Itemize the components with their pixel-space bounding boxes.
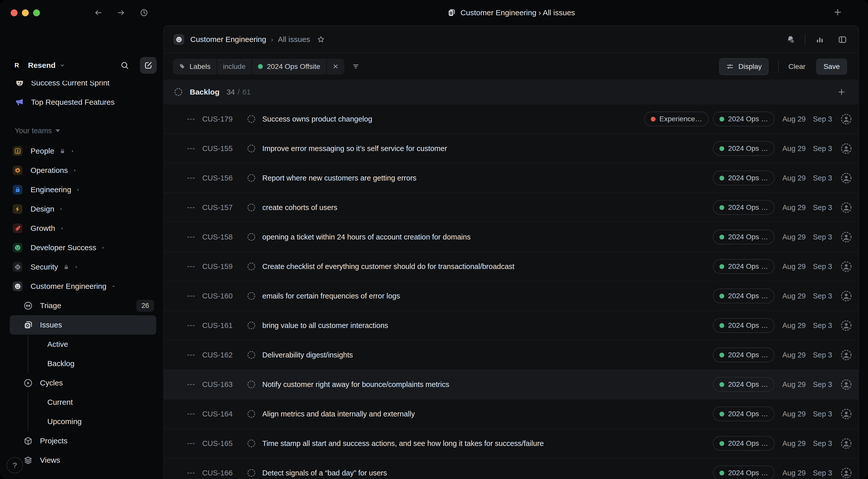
issue-row[interactable]: CUS-159Create checklist of everything cu…	[164, 252, 858, 282]
workspace-logo[interactable]: R	[11, 60, 22, 71]
issue-row[interactable]: CUS-179Success owns product changelogExp…	[164, 104, 858, 134]
issue-row[interactable]: CUS-163Notify customer right away for bo…	[164, 370, 858, 400]
compose-issue-button[interactable]	[140, 57, 157, 74]
filter-field-label: Labels	[189, 63, 211, 71]
lock-small-icon	[59, 148, 66, 154]
sidebar-item-issues[interactable]: Issues	[10, 315, 156, 334]
triage-count-badge: 26	[136, 300, 154, 312]
favorite-star-icon[interactable]	[317, 35, 325, 44]
group-name: Backlog	[190, 88, 220, 96]
favorites-list: Success Current SprintTop Requested Feat…	[0, 81, 163, 122]
issue-row[interactable]: CUS-156Report where new customers are ge…	[164, 163, 858, 193]
label-pill[interactable]: 2024 Ops …	[713, 200, 775, 215]
label-pill[interactable]: 2024 Ops …	[713, 377, 775, 392]
team-item[interactable]: Developer Success	[10, 238, 156, 257]
label-pill[interactable]: 2024 Ops …	[713, 230, 775, 244]
side-panel-icon[interactable]	[838, 35, 847, 44]
label-pill[interactable]: 2024 Ops …	[713, 407, 775, 421]
new-tab-plus-icon[interactable]	[833, 7, 843, 17]
issue-title: bring value to all customer interactions	[262, 321, 707, 330]
lock-small-icon	[63, 264, 69, 270]
forward-arrow-icon[interactable]	[117, 8, 125, 17]
issue-row[interactable]: CUS-157create cohorts of users2024 Ops ……	[164, 193, 858, 222]
workspace-name[interactable]: Resend	[28, 61, 56, 70]
label-pill[interactable]: 2024 Ops …	[713, 348, 775, 362]
team-item[interactable]: Security	[10, 257, 156, 277]
issue-row[interactable]: CUS-155Improve error messaging so it’s s…	[164, 134, 858, 163]
issue-row[interactable]: CUS-162Deliverability digest/insights202…	[164, 341, 858, 370]
backlog-status-icon	[247, 291, 256, 301]
sidebar-item-projects[interactable]: Projects	[10, 431, 156, 450]
filter-operator-segment[interactable]: include	[217, 59, 252, 74]
filter-remove-button[interactable]: ✕	[327, 59, 344, 74]
close-window-button[interactable]	[11, 9, 18, 16]
team-item[interactable]: Design	[10, 199, 156, 219]
label-pill[interactable]: 2024 Ops …	[713, 466, 775, 479]
favorite-item[interactable]: Success Current Sprint	[0, 81, 163, 93]
help-button[interactable]: ?	[7, 457, 23, 473]
issue-title: create cohorts of users	[262, 203, 707, 212]
issue-row[interactable]: CUS-161bring value to all customer inter…	[164, 311, 858, 341]
team-item[interactable]: Operations	[10, 161, 156, 180]
label-pill[interactable]: 2024 Ops …	[713, 170, 775, 185]
issue-row[interactable]: CUS-164Align metrics and data internally…	[164, 400, 858, 429]
issue-title: Improve error messaging so it’s self ser…	[262, 145, 707, 153]
issue-created-date: Aug 29	[782, 410, 806, 418]
filter-value-segment[interactable]: 2024 Ops Offsite	[252, 59, 326, 74]
sidebar-item-views[interactable]: Views	[10, 450, 156, 470]
label-pill[interactable]: 2024 Ops …	[713, 141, 775, 156]
search-icon[interactable]	[120, 61, 129, 70]
sidebar-item-current[interactable]: Current	[10, 392, 156, 412]
minimize-window-button[interactable]	[22, 9, 29, 16]
team-item[interactable]: Engineering	[10, 180, 156, 199]
display-button[interactable]: Display	[719, 58, 769, 75]
add-filter-icon[interactable]	[352, 63, 360, 70]
issue-created-date: Aug 29	[782, 380, 806, 389]
issue-labels: 2024 Ops …	[713, 200, 775, 215]
zoom-window-button[interactable]	[33, 9, 40, 16]
label-pill[interactable]: 2024 Ops …	[713, 259, 775, 274]
team-item-current[interactable]: Customer Engineering	[10, 277, 156, 296]
breadcrumb-team[interactable]: Customer Engineering	[190, 35, 266, 44]
filter-bar: Labels include 2024 Ops Offsite ✕ Displa…	[164, 53, 858, 79]
team-item[interactable]: Growth	[10, 219, 156, 238]
favorite-item[interactable]: Top Requested Features	[0, 93, 163, 112]
issue-due-date: Sep 3	[813, 233, 832, 241]
issue-row[interactable]: CUS-166Detect signals of a “bad day” for…	[164, 458, 858, 479]
issue-due-date: Sep 3	[813, 439, 832, 448]
teams-header-label: Your teams	[15, 127, 52, 135]
issue-due-date: Sep 3	[813, 115, 832, 123]
clear-button[interactable]: Clear	[788, 63, 805, 71]
sidebar-item-triage[interactable]: Triage26	[10, 296, 156, 315]
sidebar-item-upcoming[interactable]: Upcoming	[10, 412, 156, 431]
label-pill[interactable]: Experience…	[644, 111, 709, 126]
recents-clock-icon[interactable]	[140, 8, 148, 17]
label-pill[interactable]: 2024 Ops …	[713, 289, 775, 303]
insights-chart-icon[interactable]	[815, 35, 825, 44]
breadcrumb-view[interactable]: All issues	[278, 35, 310, 44]
label-pill[interactable]: 2024 Ops …	[713, 436, 775, 451]
add-issue-plus-icon[interactable]	[837, 88, 846, 97]
chevron-down-icon[interactable]	[60, 63, 65, 68]
notifications-bell-icon[interactable]	[786, 35, 795, 44]
team-label: Security	[31, 263, 58, 271]
label-pill[interactable]: 2024 Ops …	[713, 111, 775, 126]
sidebar-item-active[interactable]: Active	[10, 334, 156, 354]
teams-section-header[interactable]: Your teams	[15, 127, 60, 135]
chevron-right-icon	[76, 187, 81, 192]
cycles-icon	[23, 378, 33, 388]
filter-field-segment[interactable]: Labels	[173, 59, 216, 74]
team-item[interactable]: People	[10, 141, 156, 161]
issue-row[interactable]: CUS-158opening a ticket within 24 hours …	[164, 222, 858, 252]
sidebar-item-label: Views	[40, 456, 60, 465]
id-card-icon-box	[13, 146, 22, 156]
label-pill[interactable]: 2024 Ops …	[713, 318, 775, 333]
sidebar-item-cycles[interactable]: Cycles	[10, 373, 156, 392]
issue-due-date: Sep 3	[813, 203, 832, 212]
sidebar-item-backlog[interactable]: Backlog	[10, 354, 156, 373]
issue-row[interactable]: CUS-165Time stamp all start and success …	[164, 429, 858, 458]
back-arrow-icon[interactable]	[94, 8, 102, 17]
titlebar: Customer Engineering › All issues	[0, 0, 868, 25]
save-button[interactable]: Save	[816, 59, 847, 75]
issue-row[interactable]: CUS-160emails for certain frequencies of…	[164, 282, 858, 311]
